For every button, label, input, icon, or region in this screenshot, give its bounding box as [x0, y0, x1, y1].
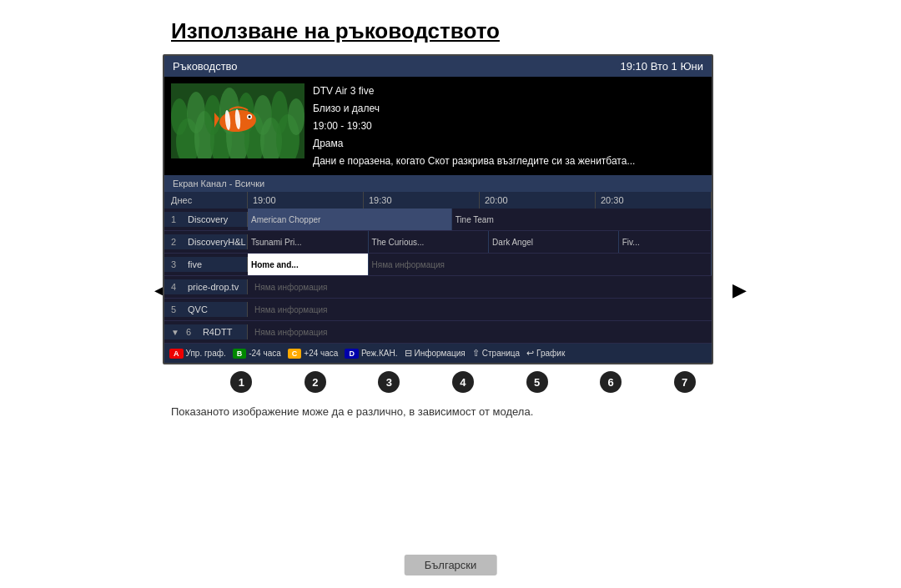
channel-number: 3 — [171, 259, 183, 269]
time-slot-2030: 20:30 — [596, 192, 712, 209]
toolbar-item-b[interactable]: B -24 часа — [233, 349, 281, 359]
svg-point-20 — [249, 116, 251, 118]
program-cell[interactable]: Tine Team — [452, 209, 712, 230]
badge-3: 3 — [378, 371, 400, 393]
guide-icon: ↩ — [526, 348, 534, 359]
toolbar-label-info: Информация — [415, 349, 466, 358]
program-cell[interactable]: The Curious... — [369, 231, 490, 253]
program-cell[interactable]: Home and... — [248, 254, 369, 275]
no-info-label: Няма информация — [248, 305, 334, 314]
channel-number: 4 — [171, 282, 183, 292]
preview-description: Дани е поразена, когато Скот разкрива въ… — [313, 153, 635, 168]
svg-point-9 — [187, 92, 205, 133]
btn-a[interactable]: A — [169, 349, 184, 359]
badge-2: 2 — [305, 371, 326, 393]
btn-c[interactable]: C — [288, 349, 302, 359]
page-title: Използване на ръководството — [0, 0, 901, 54]
toolbar-item-d[interactable]: D Реж.КАН. — [345, 349, 397, 359]
channel-number: 1 — [171, 214, 183, 224]
programs-row: Няма информация — [248, 276, 712, 298]
timeline-header: Днес 19:00 19:30 20:00 20:30 — [164, 192, 712, 209]
table-row: 2 DiscoveryH&L Tsunami Pri... The Curiou… — [164, 231, 712, 254]
svg-point-14 — [271, 91, 288, 134]
channels-area: 1 Discovery American Chopper Tine Team 2… — [164, 209, 712, 344]
preview-info: DTV Air 3 five Близо и далеч 19:00 - 19:… — [313, 83, 635, 168]
toolbar-label-guide: График — [536, 349, 565, 358]
table-row: 4 price-drop.tv Няма информация — [164, 276, 712, 299]
program-cell[interactable]: Tsunami Pri... — [248, 231, 369, 253]
no-info-label: Няма информация — [248, 283, 334, 292]
table-row: 3 five Home and... Няма информация — [164, 254, 712, 276]
page-icon: ⇧ — [472, 348, 480, 359]
toolbar-item-guide[interactable]: ↩ График — [526, 348, 565, 359]
guide-title: Ръководство — [173, 60, 238, 73]
channel-name: Discovery — [188, 214, 228, 224]
badge-5: 5 — [526, 371, 548, 393]
table-row: 1 Discovery American Chopper Tine Team — [164, 209, 712, 231]
time-slot-1900: 19:00 — [248, 192, 364, 209]
badge-4: 4 — [452, 371, 474, 393]
channel-name: DiscoveryH&L — [188, 237, 246, 247]
toolbar-label-b: -24 часа — [249, 349, 281, 358]
svg-point-8 — [171, 98, 188, 135]
table-row: ▼ 6 R4DTT Няма информация — [164, 321, 712, 344]
channel-filter[interactable]: Екран Канал - Всички — [164, 175, 712, 192]
program-cell[interactable]: Dark Angel — [489, 231, 619, 253]
preview-show: Близо и далеч — [313, 101, 635, 116]
toolbar-label-a: Упр. граф. — [186, 349, 226, 358]
timeline-day: Днес — [164, 192, 248, 209]
badge-6: 6 — [600, 371, 622, 393]
no-info-label: Няма информация — [248, 328, 334, 337]
triangle-icon: ▼ — [171, 328, 179, 337]
toolbar-item-a[interactable]: A Упр. граф. — [169, 349, 226, 359]
svg-point-15 — [288, 98, 305, 135]
badge-1: 1 — [230, 371, 252, 393]
channel-name: R4DTT — [203, 327, 232, 337]
table-row: 5 QVC Няма информация — [164, 299, 712, 321]
nav-arrow-right[interactable]: ▶ — [732, 279, 747, 301]
preview-channel: DTV Air 3 five — [313, 83, 635, 98]
channel-number: 5 — [171, 304, 183, 314]
preview-time: 19:00 - 19:30 — [313, 118, 635, 133]
programs-row: Няма информация — [248, 299, 712, 320]
info-icon: ⊟ — [405, 348, 412, 359]
preview-genre: Драма — [313, 136, 635, 151]
preview-area: DTV Air 3 five Близо и далеч 19:00 - 19:… — [164, 77, 712, 175]
bottom-toolbar: A Упр. граф. B -24 часа C +24 часа D Реж… — [164, 344, 712, 363]
program-cell-noinfo: Няма информация — [369, 254, 712, 275]
channel-number: 6 — [186, 327, 198, 337]
btn-b[interactable]: B — [233, 349, 247, 359]
btn-d[interactable]: D — [345, 349, 359, 359]
time-slot-2000: 20:00 — [480, 192, 596, 209]
toolbar-label-d: Реж.КАН. — [361, 349, 398, 358]
time-slot-1930: 19:30 — [364, 192, 480, 209]
language-tab[interactable]: Български — [405, 555, 497, 575]
toolbar-item-c[interactable]: C +24 часа — [288, 349, 339, 359]
channel-name: QVC — [188, 304, 208, 314]
toolbar-item-info[interactable]: ⊟ Информация — [405, 348, 466, 359]
svg-point-10 — [204, 95, 221, 135]
programs-row: Tsunami Pri... The Curious... Dark Angel… — [248, 231, 712, 253]
channel-name: price-drop.tv — [188, 282, 239, 292]
toolbar-label-page: Страница — [482, 349, 520, 358]
program-cell[interactable]: Fiv... — [619, 231, 712, 253]
channel-number: 2 — [171, 237, 183, 247]
preview-image — [171, 83, 305, 158]
badges-row: 1 2 3 4 5 6 7 — [204, 364, 722, 397]
guide-datetime: 19:10 Вто 1 Юни — [621, 60, 703, 73]
programs-row: American Chopper Tine Team — [248, 209, 712, 230]
programs-row: Home and... Няма информация — [248, 254, 712, 275]
guide-panel: Ръководство 19:10 Вто 1 Юни — [163, 54, 713, 364]
svg-point-13 — [254, 95, 272, 135]
badge-7: 7 — [674, 371, 696, 393]
channel-name: five — [188, 259, 202, 269]
note-text: Показаното изображение може да е различн… — [0, 397, 901, 418]
toolbar-label-c: +24 часа — [304, 349, 338, 358]
guide-header: Ръководство 19:10 Вто 1 Юни — [164, 56, 712, 77]
program-cell[interactable]: American Chopper — [248, 209, 452, 230]
preview-thumbnail — [171, 83, 305, 158]
programs-row: Няма информация — [248, 321, 712, 343]
toolbar-item-page[interactable]: ⇧ Страница — [472, 348, 520, 359]
